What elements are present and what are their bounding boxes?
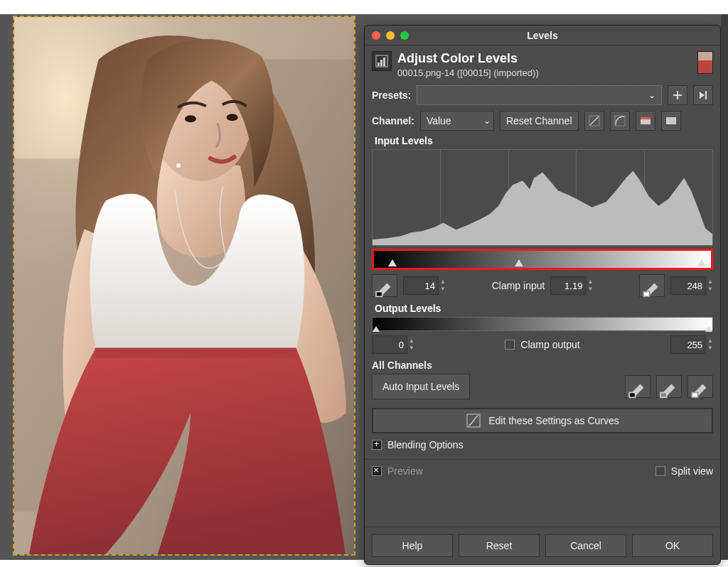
clamp-output-checkbox[interactable] [505,340,515,350]
svg-rect-13 [705,91,707,99]
channel-select[interactable]: Value⌄ [420,111,494,131]
blending-expand-icon[interactable] [372,440,382,450]
clamp-input-label: Clamp input [492,280,545,291]
input-slider-highlight [372,249,713,270]
svg-point-5 [185,115,196,122]
pick-black-button[interactable] [372,274,397,297]
svg-rect-20 [643,292,650,297]
split-view-label: Split view [671,465,713,477]
histogram [372,149,713,246]
right-dock [721,14,728,560]
reset-button[interactable]: Reset [459,534,540,557]
input-levels-title: Input Levels [365,135,720,146]
minimize-icon[interactable] [386,31,395,40]
svg-point-6 [227,114,238,121]
input-low-handle[interactable] [388,259,397,266]
channel-label: Channel: [372,115,414,126]
ok-button[interactable]: OK [632,534,713,557]
split-view-checkbox[interactable] [655,466,665,476]
linear-hist-icon[interactable] [584,111,604,131]
input-low-field[interactable]: ▲▼ [403,276,446,295]
svg-rect-18 [666,117,676,124]
svg-rect-8 [95,348,297,358]
input-gamma-field[interactable]: ▲▼ [550,276,593,295]
levels-icon [372,51,392,71]
input-high-handle[interactable] [697,259,706,266]
svg-rect-23 [692,393,698,398]
dialog-subtitle: 00015.png-14 ([00015] (imported)) [397,68,539,78]
pick-white-button[interactable] [639,274,665,297]
preset-menu-button[interactable] [693,85,713,105]
auto-input-levels-button[interactable]: Auto Input Levels [372,374,470,399]
cancel-button[interactable]: Cancel [545,534,626,557]
preview-label: Preview [387,465,423,477]
hist-rgb-icon[interactable] [636,111,655,131]
workspace: Levels Adjust Color Levels 00015.png-14 … [0,14,728,560]
dialog-title: Adjust Color Levels [397,51,539,66]
svg-rect-17 [641,117,651,119]
image-canvas[interactable] [13,16,355,556]
add-preset-button[interactable] [668,85,687,105]
image-thumbnail [697,51,713,74]
output-low-handle[interactable] [373,326,380,332]
close-icon[interactable] [372,31,380,40]
output-levels-title: Output Levels [365,303,720,314]
window-title: Levels [365,30,720,41]
output-high-handle[interactable] [705,326,712,332]
all-pick-gray-button[interactable] [656,375,682,398]
log-hist-icon[interactable] [610,111,630,131]
svg-rect-10 [378,63,380,66]
output-gradient[interactable] [372,317,713,331]
input-gradient[interactable] [374,251,711,268]
svg-rect-21 [629,393,636,398]
svg-rect-12 [383,58,385,66]
all-pick-black-button[interactable] [625,375,651,398]
edit-as-curves-button[interactable]: Edit these Settings as Curves [372,408,713,433]
hist-lum-icon[interactable] [661,111,681,131]
presets-label: Presets: [372,90,411,101]
reset-channel-button[interactable]: Reset Channel [500,111,579,131]
svg-rect-22 [660,393,667,398]
output-high-field[interactable]: ▲▼ [670,335,713,354]
zoom-icon[interactable] [400,31,409,40]
input-gamma-handle[interactable] [515,259,523,266]
clamp-output-label: Clamp output [520,339,579,350]
presets-select[interactable]: ⌄ [417,85,662,105]
levels-dialog: Levels Adjust Color Levels 00015.png-14 … [364,25,721,565]
all-pick-white-button[interactable] [687,375,713,398]
curves-icon [466,413,481,428]
help-button[interactable]: Help [372,534,453,557]
svg-rect-19 [376,292,382,297]
input-high-field[interactable]: ▲▼ [670,276,713,295]
preview-checkbox[interactable] [372,466,382,476]
all-channels-title: All Channels [372,360,713,371]
svg-point-7 [176,163,181,168]
titlebar[interactable]: Levels [365,26,720,45]
blending-options-label: Blending Options [387,439,464,450]
output-low-field[interactable]: ▲▼ [372,335,414,354]
svg-rect-11 [380,60,382,66]
